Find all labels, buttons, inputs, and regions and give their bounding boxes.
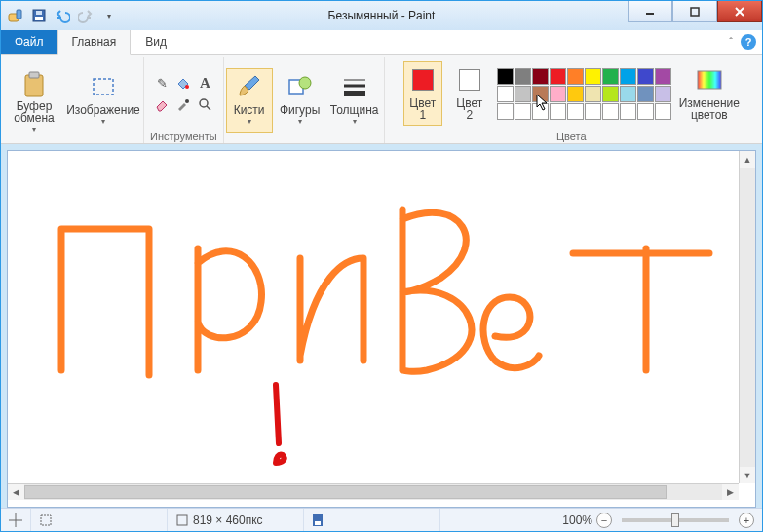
group-clipboard: Буфер обмена xyxy=(5,57,63,143)
undo-icon[interactable] xyxy=(52,5,73,26)
svg-point-17 xyxy=(299,77,311,89)
maximize-button[interactable] xyxy=(672,1,717,22)
palette-color[interactable] xyxy=(497,68,514,85)
scroll-left-icon[interactable]: ◀ xyxy=(8,484,24,500)
scrollbar-horizontal[interactable]: ◀ ▶ xyxy=(8,483,739,500)
palette-color[interactable] xyxy=(532,86,549,102)
palette-color[interactable] xyxy=(602,103,619,120)
palette-color[interactable] xyxy=(497,86,514,102)
tools-grid: ✎ A xyxy=(152,73,214,114)
eraser-icon[interactable] xyxy=(152,95,172,114)
palette-color[interactable] xyxy=(532,68,549,85)
magnifier-icon[interactable] xyxy=(195,95,214,114)
zoom-level: 100% xyxy=(562,513,592,527)
shapes-button[interactable]: Фигуры xyxy=(277,68,324,133)
disk-icon xyxy=(312,513,324,527)
group-tools: ✎ A Инструменты xyxy=(144,57,224,143)
palette-color[interactable] xyxy=(637,86,654,102)
select-icon xyxy=(88,71,119,102)
palette-color[interactable] xyxy=(585,86,601,102)
close-button[interactable] xyxy=(717,1,762,22)
file-menu[interactable]: Файл xyxy=(1,30,57,54)
scroll-down-icon[interactable]: ▼ xyxy=(740,467,755,483)
scroll-v-track[interactable] xyxy=(740,168,755,467)
palette-color[interactable] xyxy=(655,103,671,120)
svg-rect-25 xyxy=(177,515,187,525)
svg-rect-1 xyxy=(17,10,21,19)
canvas-size-icon xyxy=(175,513,189,527)
status-selection xyxy=(31,509,168,531)
redo-icon[interactable] xyxy=(75,5,96,26)
palette-color[interactable] xyxy=(567,103,584,120)
pencil-icon[interactable]: ✎ xyxy=(152,73,172,93)
palette-color[interactable] xyxy=(515,103,531,120)
palette-color[interactable] xyxy=(567,68,584,85)
tab-home[interactable]: Главная xyxy=(57,30,132,55)
scroll-right-icon[interactable]: ▶ xyxy=(722,484,739,500)
fill-icon[interactable] xyxy=(173,73,193,93)
palette-color[interactable] xyxy=(637,103,654,120)
palette-color[interactable] xyxy=(585,103,601,120)
brushes-button[interactable]: Кисти xyxy=(226,68,273,133)
scrollbar-vertical[interactable]: ▲ ▼ xyxy=(739,151,755,483)
zoom-slider-handle[interactable] xyxy=(671,513,679,527)
svg-rect-27 xyxy=(315,521,321,525)
shapes-icon xyxy=(285,71,316,102)
minimize-button[interactable] xyxy=(628,1,672,22)
drawing-canvas[interactable] xyxy=(8,151,744,470)
clipboard-button[interactable]: Буфер обмена xyxy=(11,68,57,133)
zoom-in-button[interactable]: + xyxy=(739,513,754,528)
palette-color[interactable] xyxy=(567,86,584,102)
edit-colors-button[interactable]: Изменение цветов xyxy=(679,61,740,126)
palette-color[interactable] xyxy=(515,68,531,85)
group-image: Изображение xyxy=(63,57,144,143)
selection-size-icon xyxy=(39,513,53,527)
canvas-viewport xyxy=(7,150,756,508)
palette-color[interactable] xyxy=(637,68,654,85)
menu-bar: Файл Главная Вид ˆ ? xyxy=(1,30,762,55)
svg-point-13 xyxy=(185,99,189,103)
status-bar: 819 × 460пкс 100% − + xyxy=(1,508,762,531)
qat-dropdown-icon[interactable]: ▾ xyxy=(98,5,120,26)
brush-icon xyxy=(234,71,265,102)
color-palette xyxy=(497,68,671,120)
status-canvas-size: 819 × 460пкс xyxy=(168,509,304,531)
app-icon[interactable] xyxy=(5,5,26,26)
color1-button[interactable]: Цвет 1 xyxy=(403,61,442,126)
palette-color[interactable] xyxy=(550,103,566,120)
tools-group-label: Инструменты xyxy=(150,131,217,142)
zoom-slider[interactable] xyxy=(622,518,729,522)
palette-color[interactable] xyxy=(620,68,636,85)
palette-color[interactable] xyxy=(550,68,566,85)
scroll-up-icon[interactable]: ▲ xyxy=(740,151,755,168)
save-icon[interactable] xyxy=(28,5,50,26)
palette-color[interactable] xyxy=(515,86,531,102)
palette-color[interactable] xyxy=(497,103,514,120)
palette-color[interactable] xyxy=(532,103,549,120)
color2-button[interactable]: Цвет 2 xyxy=(450,61,489,126)
size-button[interactable]: Толщина xyxy=(331,68,378,133)
colors-group-label: Цвета xyxy=(556,131,587,142)
edit-colors-icon xyxy=(694,64,725,95)
collapse-ribbon-icon[interactable]: ˆ xyxy=(729,36,733,48)
color-picker-icon[interactable] xyxy=(173,95,193,114)
text-icon[interactable]: A xyxy=(195,73,214,93)
scroll-h-track[interactable] xyxy=(24,484,722,500)
zoom-out-button[interactable]: − xyxy=(596,513,612,528)
palette-color[interactable] xyxy=(655,86,671,102)
palette-color[interactable] xyxy=(655,68,671,85)
palette-color[interactable] xyxy=(620,86,636,102)
tab-view[interactable]: Вид xyxy=(131,30,181,54)
image-select-button[interactable]: Изображение xyxy=(69,68,137,133)
palette-color[interactable] xyxy=(602,68,619,85)
app-window: ▾ Безымянный - Paint Файл Главная Вид ˆ … xyxy=(0,0,763,532)
svg-rect-11 xyxy=(94,79,113,95)
scroll-h-thumb[interactable] xyxy=(24,485,667,499)
svg-rect-6 xyxy=(691,8,699,16)
palette-color[interactable] xyxy=(585,68,601,85)
svg-point-12 xyxy=(185,85,189,89)
palette-color[interactable] xyxy=(602,86,619,102)
palette-color[interactable] xyxy=(550,86,566,102)
help-icon[interactable]: ? xyxy=(741,34,756,50)
palette-color[interactable] xyxy=(620,103,636,120)
